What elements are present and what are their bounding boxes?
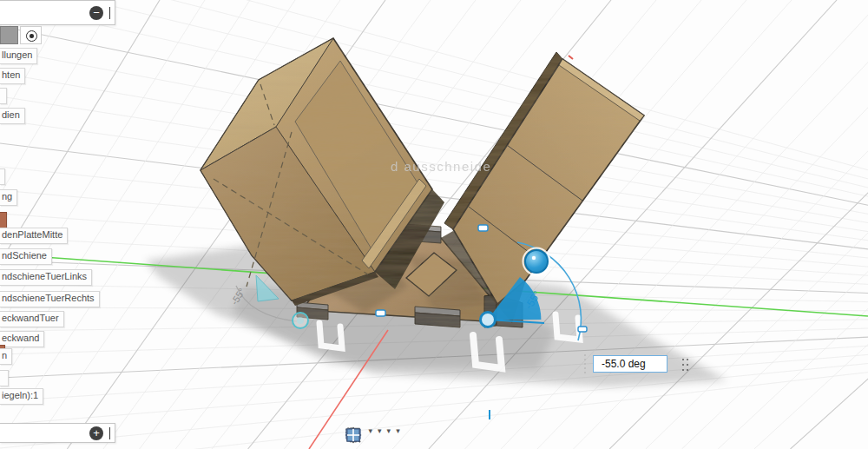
rotation-angle-input[interactable] — [593, 355, 667, 373]
panel-grip — [109, 427, 111, 439]
browser-item-ng[interactable]: ng — [0, 189, 17, 206]
dropdown-caret-icon[interactable]: ▾ — [378, 426, 382, 435]
text-cursor-mark — [489, 410, 490, 419]
point-handle-ground[interactable] — [578, 327, 587, 332]
dropdown-caret-icon[interactable]: ▾ — [369, 426, 373, 435]
activate-component-radio[interactable] — [20, 26, 42, 44]
browser-item-ndSchiene[interactable]: ndSchiene — [0, 248, 52, 265]
viewports-icon — [344, 426, 363, 445]
radio-icon — [26, 30, 37, 42]
bottom-collapsed-panel: + — [0, 423, 115, 443]
panel-grip — [109, 7, 111, 19]
point-handle-floor[interactable] — [376, 310, 385, 316]
ghost-label-text: d ausschneide — [391, 159, 491, 174]
drag-dots — [583, 354, 587, 377]
browser-item-eckwandTuer[interactable]: eckwandTuer — [0, 311, 64, 327]
fusion-canvas: -55° -55° d ausschneide − + llungenhtend… — [0, 0, 868, 449]
browser-item-ndschieneTuerLinks[interactable]: ndschieneTuerLinks — [0, 269, 92, 286]
viewports-button[interactable]: ▾ — [393, 426, 402, 436]
browser-item-iegeln):1[interactable]: iegeln):1 — [0, 388, 43, 405]
browser-item-sliver[interactable] — [0, 168, 5, 185]
point-handle-door[interactable] — [478, 225, 488, 231]
dropdown-caret-icon[interactable]: ▾ — [387, 426, 391, 435]
browser-item-denPlatteMitte[interactable]: denPlatteMitte — [0, 228, 68, 244]
browser-item-eckwand[interactable]: eckwand — [0, 331, 44, 347]
navigation-toolbar: ▾ ± ▾ ▾ — [344, 426, 402, 436]
viewport-canvas[interactable]: -55° -55° d ausschneide — [0, 0, 868, 449]
browser-item-ndschieneTuerRechts[interactable]: ndschieneTuerRechts — [0, 291, 100, 307]
component-thumbnail — [0, 26, 18, 44]
browser-item-sliver[interactable] — [0, 370, 9, 386]
display-settings-button[interactable]: ▾ — [375, 426, 384, 436]
browser-item-hten[interactable]: hten — [0, 68, 25, 84]
collapse-minus-button[interactable]: − — [89, 6, 103, 20]
expand-plus-button[interactable]: + — [89, 426, 103, 440]
grid-and-snaps-button[interactable]: ▾ — [385, 426, 393, 436]
browser-item-sliver[interactable] — [0, 212, 7, 228]
zoom-window-button[interactable]: ▾ — [366, 426, 375, 436]
bracket-middle[interactable] — [415, 307, 460, 327]
top-collapsed-panel: − — [0, 0, 115, 25]
browser-item-llungen[interactable]: llungen — [0, 48, 37, 64]
browser-item-n[interactable]: n — [0, 348, 12, 365]
dropdown-caret-icon[interactable]: ▾ — [396, 426, 400, 435]
browser-item-dien[interactable]: dien — [0, 108, 25, 124]
rotation-center-handle[interactable] — [481, 313, 496, 327]
browser-item-sliver[interactable] — [0, 88, 7, 104]
kebab-options-icon[interactable] — [682, 359, 691, 374]
rotate-ball-handle[interactable] — [523, 248, 550, 275]
